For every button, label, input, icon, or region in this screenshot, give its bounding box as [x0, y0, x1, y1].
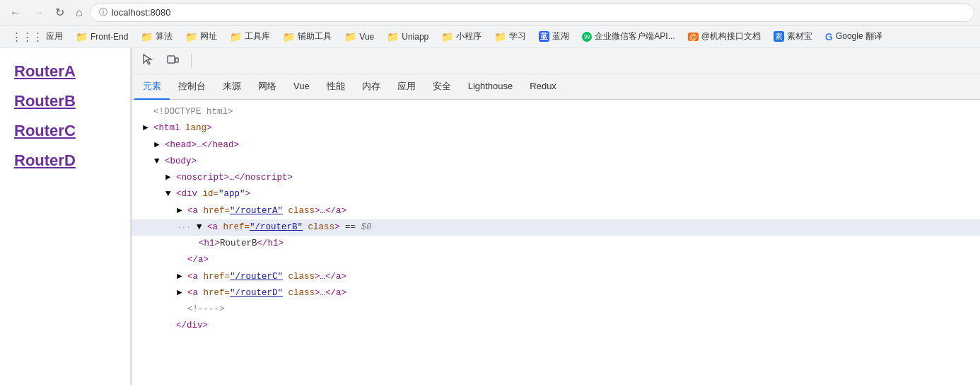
tree-html[interactable]: ► <html lang> — [132, 120, 980, 137]
apps-icon: ⋮⋮⋮ — [11, 30, 43, 43]
folder-icon: 📁 — [441, 31, 453, 42]
tab-redux[interactable]: Redux — [521, 75, 565, 98]
folder-icon: 📁 — [387, 31, 399, 42]
bookmark-vue[interactable]: 📁 Vue — [339, 29, 380, 45]
chevron-icon[interactable]: ► — [143, 121, 153, 136]
folder-icon: 📁 — [283, 31, 295, 42]
tree-body[interactable]: ▼ <body> — [132, 154, 980, 170]
home-button[interactable]: ⌂ — [71, 4, 87, 22]
bookmark-jigou[interactable]: @ @机构接口文档 — [682, 28, 766, 45]
bookmark-tools[interactable]: 📁 工具库 — [224, 28, 276, 45]
sucai-icon: 素 — [774, 31, 784, 42]
bookmark-uniapp[interactable]: 📁 Uniapp — [381, 29, 434, 45]
main-area: RouterA RouterB RouterC RouterD — [0, 48, 980, 385]
chevron-icon[interactable]: ► — [154, 138, 165, 153]
tree-close-a: </a> — [132, 252, 980, 268]
tab-elements[interactable]: 元素 — [134, 74, 170, 100]
svg-rect-1 — [175, 58, 178, 62]
folder-icon: 📁 — [185, 31, 197, 42]
tab-lighthouse[interactable]: Lighthouse — [460, 75, 522, 98]
bookmark-wechat-api[interactable]: W 企业微信客户端API... — [576, 28, 680, 45]
bookmark-lanhu-label: 蓝湖 — [552, 30, 569, 42]
tab-network[interactable]: 网络 — [250, 74, 285, 100]
bookmark-miniapp-label: 小程序 — [456, 30, 482, 42]
bookmark-sucai-label: 素材宝 — [787, 30, 812, 42]
devtools-toolbar — [132, 48, 980, 74]
bookmark-assist[interactable]: 📁 辅助工具 — [277, 28, 337, 45]
tree-a-routerA[interactable]: ► <a href="/routerA" class>…</a> — [132, 203, 980, 219]
tab-performance[interactable]: 性能 — [318, 74, 354, 100]
tab-sources[interactable]: 来源 — [214, 74, 250, 100]
chevron-icon[interactable]: ► — [165, 171, 176, 185]
back-button[interactable]: ← — [6, 4, 25, 22]
bookmark-apps[interactable]: ⋮⋮⋮ 应用 — [6, 28, 69, 45]
tree-div-app[interactable]: ▼ <div id="app"> — [132, 186, 980, 202]
bookmark-sucai[interactable]: 素 素材宝 — [768, 28, 818, 45]
lock-icon: ⓘ — [99, 6, 107, 18]
line-dots: ··· — [177, 221, 197, 234]
bookmark-google-label: Google 翻译 — [836, 30, 882, 42]
bookmarks-bar: ⋮⋮⋮ 应用 📁 Front-End 📁 算法 📁 网址 📁 工具库 📁 辅助工… — [0, 25, 980, 48]
bookmark-urls[interactable]: 📁 网址 — [180, 28, 223, 45]
tab-application[interactable]: 应用 — [389, 74, 424, 100]
chevron-icon[interactable]: ▼ — [165, 187, 176, 202]
bookmark-tools-label: 工具库 — [245, 30, 270, 42]
bookmark-jigou-label: @机构接口文档 — [701, 30, 761, 42]
url-text: localhost:8080 — [112, 7, 171, 18]
bookmark-miniapp[interactable]: 📁 小程序 — [436, 28, 487, 45]
tree-noscript[interactable]: ► <noscript>…</noscript> — [132, 170, 980, 186]
address-bar[interactable]: ⓘ localhost:8080 — [90, 4, 974, 22]
chevron-icon[interactable]: ▼ — [154, 154, 165, 169]
bookmark-lanhhu[interactable]: 蓝 蓝湖 — [533, 28, 575, 45]
chevron-icon[interactable]: ► — [177, 286, 187, 301]
folder-icon: 📁 — [494, 31, 506, 42]
chevron-icon[interactable]: ► — [177, 270, 187, 285]
router-a-link[interactable]: RouterA — [14, 62, 116, 81]
tree-head[interactable]: ► <head>…</head> — [132, 137, 980, 154]
html-tree: <!DOCTYPE html> ► <html lang> ► <head>…<… — [132, 100, 980, 385]
svg-rect-0 — [168, 56, 175, 63]
tree-a-routerD[interactable]: ► <a href="/routerD" class>…</a> — [132, 285, 980, 301]
folder-icon: 📁 — [230, 31, 242, 42]
tree-h1: <h1>RouterB</h1> — [132, 236, 980, 252]
tab-memory[interactable]: 内存 — [354, 74, 389, 100]
forward-button[interactable]: → — [28, 4, 48, 22]
tab-security[interactable]: 安全 — [424, 74, 460, 100]
router-c-link[interactable]: RouterC — [14, 122, 116, 140]
router-d-link[interactable]: RouterD — [14, 151, 116, 170]
jigou-icon: @ — [688, 33, 699, 41]
google-translate-icon: G — [825, 31, 833, 42]
bookmark-urls-label: 网址 — [200, 30, 217, 42]
device-toolbar-button[interactable] — [163, 51, 182, 71]
bookmark-learn-label: 学习 — [509, 30, 526, 42]
tree-a-routerB[interactable]: ··· ▼ <a href="/routerB" class> == $0 — [132, 219, 980, 236]
chevron-icon[interactable]: ► — [177, 204, 187, 219]
tab-console[interactable]: 控制台 — [170, 74, 214, 100]
bookmark-wechat-label: 企业微信客户端API... — [595, 30, 675, 42]
bookmark-algo[interactable]: 📁 算法 — [135, 28, 178, 45]
inspect-element-button[interactable] — [137, 51, 157, 71]
tree-close-div: </div> — [132, 318, 980, 334]
wechat-icon: W — [582, 32, 592, 42]
folder-icon: 📁 — [344, 31, 356, 42]
browser-window: ← → ↻ ⌂ ⓘ localhost:8080 ⋮⋮⋮ 应用 📁 Front-… — [0, 0, 980, 385]
refresh-button[interactable]: ↻ — [51, 3, 69, 22]
bookmark-frontend[interactable]: 📁 Front-End — [70, 29, 134, 45]
chevron-icon[interactable]: ▼ — [197, 220, 207, 235]
bookmark-apps-label: 应用 — [46, 30, 63, 42]
folder-icon: 📁 — [76, 31, 88, 42]
bookmark-algo-label: 算法 — [156, 30, 173, 42]
devtools-tabs: 元素 控制台 来源 网络 Vue 性能 内存 应用 安全 Lighthouse … — [132, 74, 980, 100]
toolbar-separator — [191, 54, 192, 68]
tab-vue[interactable]: Vue — [285, 75, 318, 98]
bookmark-google-translate[interactable]: G Google 翻译 — [819, 28, 888, 45]
tree-a-routerC[interactable]: ► <a href="/routerC" class>…</a> — [132, 269, 980, 285]
page-content: RouterA RouterB RouterC RouterD — [0, 48, 131, 385]
bookmark-learn[interactable]: 📁 学习 — [489, 28, 532, 45]
bookmark-uniapp-label: Uniapp — [402, 32, 428, 42]
folder-icon: 📁 — [141, 31, 153, 42]
bookmark-frontend-label: Front-End — [91, 32, 128, 42]
tree-comment: <!----> — [132, 301, 980, 318]
router-b-link[interactable]: RouterB — [14, 92, 116, 110]
devtools-panel: 元素 控制台 来源 网络 Vue 性能 内存 应用 安全 Lighthouse … — [131, 48, 980, 385]
